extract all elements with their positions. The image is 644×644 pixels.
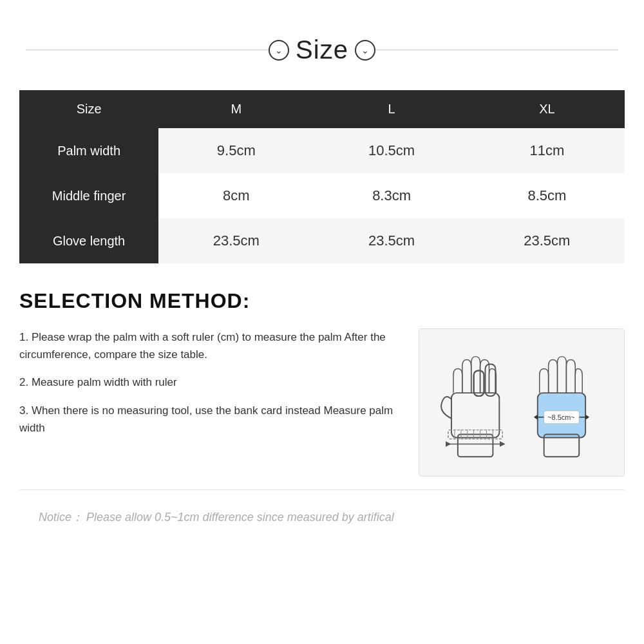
selection-title: SELECTION METHOD: [19,289,625,313]
row-l-finger: 8.3cm [314,173,469,218]
notice-section: Notice： Please allow 0.5~1cm difference … [19,489,625,538]
page-title: Size [296,35,348,64]
selection-step-3: 3. When there is no measuring tool, use … [19,402,406,437]
row-l-glove: 23.5cm [314,218,469,263]
row-xl-finger: 8.5cm [469,173,625,218]
svg-text:~8.5cm~: ~8.5cm~ [547,413,574,421]
svg-rect-0 [419,329,623,476]
notice-text: Notice： Please allow 0.5~1cm difference … [39,509,605,525]
table-row: Glove length 23.5cm 23.5cm 23.5cm [19,218,625,263]
selection-content: 1. Please wrap the palm with a soft rule… [19,328,625,477]
size-table: Size M L XL Palm width 9.5cm 10.5cm 11cm… [19,90,625,263]
table-section: Size M L XL Palm width 9.5cm 10.5cm 11cm… [0,77,644,263]
glove-image: ~8.5cm~ [419,328,625,477]
row-m-palm: 9.5cm [158,128,314,173]
row-l-palm: 10.5cm [314,128,469,173]
row-xl-glove: 23.5cm [469,218,625,263]
table-row: Palm width 9.5cm 10.5cm 11cm [19,128,625,173]
col-header-xl: XL [469,90,625,128]
chevron-left-icon[interactable]: ⌄ [269,40,289,61]
glove-svg: ~8.5cm~ [419,329,624,476]
page-wrapper: ⌄ Size ⌄ Size M L XL Palm width 9.5cm 10… [0,0,644,644]
row-label-palm: Palm width [19,128,158,173]
row-xl-palm: 11cm [469,128,625,173]
selection-step-1: 1. Please wrap the palm with a soft rule… [19,328,406,363]
selection-section: SELECTION METHOD: 1. Please wrap the pal… [0,263,644,489]
selection-text: 1. Please wrap the palm with a soft rule… [19,328,406,447]
col-header-size: Size [19,90,158,128]
table-header-row: Size M L XL [19,90,625,128]
title-section: ⌄ Size ⌄ [0,0,644,77]
row-label-finger: Middle finger [19,173,158,218]
title-line-left [26,50,269,50]
row-m-glove: 23.5cm [158,218,314,263]
selection-step-2: 2. Measure palm width with ruler [19,374,406,391]
row-m-finger: 8cm [158,173,314,218]
table-row: Middle finger 8cm 8.3cm 8.5cm [19,173,625,218]
col-header-m: M [158,90,314,128]
chevron-right-icon[interactable]: ⌄ [355,40,375,61]
col-header-l: L [314,90,469,128]
row-label-glove: Glove length [19,218,158,263]
title-line-right [375,50,618,50]
